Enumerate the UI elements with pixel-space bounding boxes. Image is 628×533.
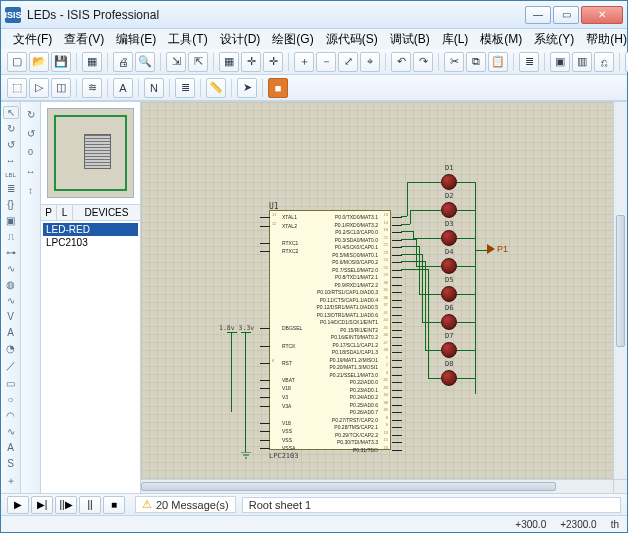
led[interactable] bbox=[441, 342, 457, 358]
paste-icon[interactable]: 📋 bbox=[488, 52, 508, 72]
oscilloscope-tool-icon[interactable]: ◔ bbox=[3, 342, 19, 355]
cut-icon[interactable]: ✂ bbox=[444, 52, 464, 72]
export-icon[interactable]: ⇱ bbox=[188, 52, 208, 72]
led[interactable] bbox=[441, 174, 457, 190]
line-2d-tool-icon[interactable]: ／ bbox=[3, 358, 19, 374]
stop-button[interactable]: ■ bbox=[103, 496, 125, 514]
ruler-icon[interactable]: 📏 bbox=[206, 78, 226, 98]
circle-2d-tool-icon[interactable]: ○ bbox=[3, 393, 19, 406]
component-mode-icon[interactable]: ▣ bbox=[550, 52, 570, 72]
close-button[interactable]: ✕ bbox=[581, 6, 623, 24]
rotate-cw-icon[interactable]: ↻ bbox=[23, 106, 39, 122]
scroll-thumb[interactable] bbox=[616, 215, 625, 347]
led[interactable] bbox=[441, 258, 457, 274]
rotate-ccw-tool-icon[interactable]: ↺ bbox=[3, 138, 19, 151]
label-tool-icon[interactable]: LBL bbox=[3, 170, 19, 179]
copy-icon[interactable]: ⧉ bbox=[466, 52, 486, 72]
symbol-tool-icon[interactable]: S bbox=[3, 457, 19, 470]
tab-l[interactable]: L bbox=[57, 205, 73, 220]
scroll-thumb[interactable] bbox=[141, 482, 556, 491]
menu-item[interactable]: 文件(F) bbox=[7, 30, 58, 49]
mirror-h-icon[interactable]: ↔ bbox=[23, 163, 39, 179]
zoom-out-icon[interactable]: － bbox=[316, 52, 336, 72]
mirror-v-icon[interactable]: ↕ bbox=[23, 182, 39, 198]
sheet-name[interactable]: Root sheet 1 bbox=[242, 497, 621, 513]
device-item[interactable]: LED-RED bbox=[43, 223, 138, 236]
generator-tool-icon[interactable]: ∿ bbox=[3, 294, 19, 307]
package-mode-icon[interactable]: ▥ bbox=[572, 52, 592, 72]
maximize-button[interactable]: ▭ bbox=[553, 6, 579, 24]
print-icon[interactable]: 🖨 bbox=[113, 52, 133, 72]
device-item[interactable]: LPC2103 bbox=[43, 236, 138, 249]
zoom-area-icon[interactable]: ⌖ bbox=[360, 52, 380, 72]
path-2d-tool-icon[interactable]: ∿ bbox=[3, 425, 19, 438]
text-2d-tool-icon[interactable]: A bbox=[3, 441, 19, 454]
new-file-icon[interactable]: ▢ bbox=[7, 52, 27, 72]
step-button[interactable]: ▶| bbox=[31, 496, 53, 514]
led[interactable] bbox=[441, 230, 457, 246]
decompose-icon[interactable]: ⎌ bbox=[594, 52, 614, 72]
section-area-icon[interactable]: ▦ bbox=[82, 52, 102, 72]
trace-view-icon[interactable]: ≋ bbox=[82, 78, 102, 98]
save-file-icon[interactable]: 💾 bbox=[51, 52, 71, 72]
overview-pane[interactable] bbox=[47, 108, 134, 198]
tape-tool-icon[interactable]: ◍ bbox=[3, 278, 19, 291]
import-icon[interactable]: ⇲ bbox=[166, 52, 186, 72]
menu-item[interactable]: 工具(T) bbox=[162, 30, 213, 49]
pin-tool-icon[interactable]: ⊶ bbox=[3, 246, 19, 259]
layers-tool-icon[interactable]: ≣ bbox=[175, 78, 195, 98]
menu-item[interactable]: 绘图(G) bbox=[266, 30, 319, 49]
mirror-h-tool-icon[interactable]: ↔ bbox=[3, 154, 19, 167]
pause-button[interactable]: || bbox=[79, 496, 101, 514]
run-reset-icon[interactable]: ▷ bbox=[29, 78, 49, 98]
text-label-icon[interactable]: A bbox=[113, 78, 133, 98]
select-tool-icon[interactable]: ↖ bbox=[3, 106, 19, 119]
rotate-cw-tool-icon[interactable]: ↻ bbox=[3, 122, 19, 135]
voltmeter-tool-icon[interactable]: V bbox=[3, 310, 19, 323]
arrow-icon[interactable]: ➤ bbox=[237, 78, 257, 98]
menu-item[interactable]: 源代码(S) bbox=[320, 30, 384, 49]
menu-item[interactable]: 设计(D) bbox=[214, 30, 267, 49]
device-list[interactable]: LED-REDLPC2103 bbox=[41, 221, 140, 493]
rotate-ccw-icon[interactable]: ↺ bbox=[23, 125, 39, 141]
probe[interactable]: P1 bbox=[487, 244, 508, 254]
snap-origin-icon[interactable]: ✛ bbox=[241, 52, 261, 72]
select-box-icon[interactable]: ◫ bbox=[51, 78, 71, 98]
undo-icon[interactable]: ↶ bbox=[391, 52, 411, 72]
tab-devices[interactable]: DEVICES bbox=[73, 205, 140, 220]
menu-item[interactable]: 编辑(E) bbox=[110, 30, 162, 49]
zoom-all-icon[interactable]: ⤢ bbox=[338, 52, 358, 72]
grid-toggle-icon[interactable]: ▦ bbox=[219, 52, 239, 72]
zoom-in-icon[interactable]: ＋ bbox=[294, 52, 314, 72]
minimize-button[interactable]: — bbox=[525, 6, 551, 24]
plus-tool-icon[interactable]: ＋ bbox=[3, 473, 19, 489]
subckt-tool-icon[interactable]: ▣ bbox=[3, 214, 19, 227]
chip-body[interactable]: P0.0/TXD0/MAT3.113P0.1/RXD0/MAT3.214P0.2… bbox=[269, 210, 391, 450]
layers-icon[interactable]: ≣ bbox=[519, 52, 539, 72]
ammeter-tool-icon[interactable]: A bbox=[3, 326, 19, 339]
arc-2d-tool-icon[interactable]: ◠ bbox=[3, 409, 19, 422]
preview-icon[interactable]: 🔍 bbox=[135, 52, 155, 72]
menu-item[interactable]: 模板(M) bbox=[474, 30, 528, 49]
open-file-icon[interactable]: 📂 bbox=[29, 52, 49, 72]
menu-item[interactable]: 库(L) bbox=[436, 30, 475, 49]
menu-item[interactable]: 调试(B) bbox=[384, 30, 436, 49]
led[interactable] bbox=[441, 202, 457, 218]
tab-p[interactable]: P bbox=[41, 205, 57, 220]
menu-item[interactable]: 查看(V) bbox=[58, 30, 110, 49]
scrollbar-vertical[interactable] bbox=[613, 102, 627, 479]
script-tool-icon[interactable]: {} bbox=[3, 198, 19, 211]
bus-tool-icon[interactable]: ≣ bbox=[3, 182, 19, 195]
graph-tool-icon[interactable]: ∿ bbox=[3, 262, 19, 275]
terminal-tool-icon[interactable]: ⎍ bbox=[3, 230, 19, 243]
center-icon[interactable]: ✛ bbox=[263, 52, 283, 72]
angle-input[interactable]: 0 bbox=[23, 144, 39, 160]
play-button[interactable]: ▶ bbox=[7, 496, 29, 514]
net-label-icon[interactable]: N bbox=[144, 78, 164, 98]
menu-item[interactable]: 帮助(H) bbox=[580, 30, 628, 49]
rect-2d-tool-icon[interactable]: ▭ bbox=[3, 377, 19, 390]
messages-box[interactable]: ⚠ 20 Message(s) bbox=[135, 496, 236, 513]
led[interactable] bbox=[441, 286, 457, 302]
schematic-canvas[interactable]: U1 P0.0/TXD0/MAT3.113P0.1/RXD0/MAT3.214P… bbox=[141, 102, 627, 493]
orange-mode-icon[interactable]: ■ bbox=[268, 78, 288, 98]
